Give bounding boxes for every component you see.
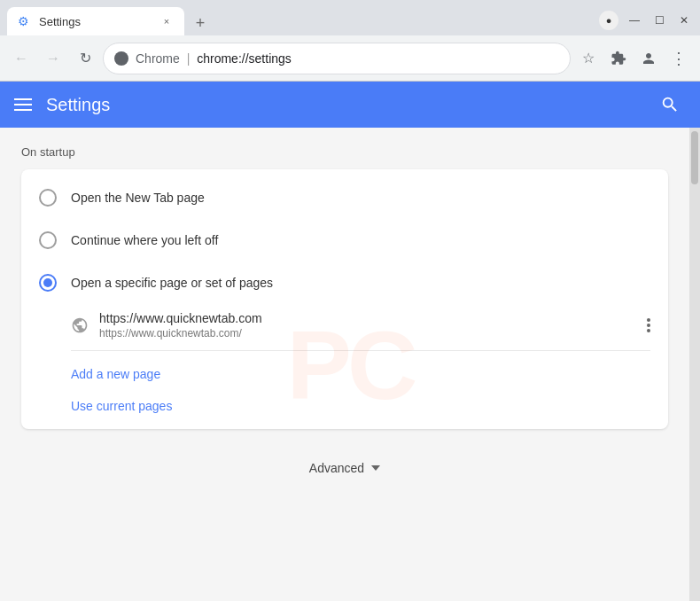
- page-entry: https://www.quicknewtab.com https://www.…: [71, 311, 650, 351]
- url-domain: Chrome | chrome://settings: [136, 51, 292, 66]
- extensions-icon[interactable]: [604, 44, 633, 73]
- page-info: https://www.quicknewtab.com https://www.…: [99, 311, 636, 340]
- toolbar-icons: ☆ ⋮: [574, 44, 693, 73]
- radio-specific[interactable]: [39, 274, 57, 292]
- close-button[interactable]: ✕: [675, 12, 693, 29]
- url-bar[interactable]: Chrome | chrome://settings: [103, 43, 571, 74]
- startup-options-card: Open the New Tab page Continue where you…: [21, 169, 668, 429]
- advanced-label: Advanced: [309, 461, 364, 475]
- address-bar: ← → ↻ Chrome | chrome://settings ☆ ⋮: [0, 35, 700, 82]
- page-more-options-button[interactable]: [647, 318, 650, 332]
- startup-option-new-tab[interactable]: Open the New Tab page: [21, 176, 668, 219]
- startup-option-continue[interactable]: Continue where you left off: [21, 219, 668, 261]
- minimize-button[interactable]: —: [626, 12, 643, 29]
- page-name: https://www.quicknewtab.com: [99, 311, 636, 325]
- scrollbar[interactable]: [689, 128, 700, 601]
- url-separator: |: [187, 51, 191, 66]
- tab-favicon-icon: ⚙: [18, 14, 32, 28]
- tab-title: Settings: [39, 15, 152, 28]
- profile-icon[interactable]: [634, 44, 663, 73]
- settings-header: Settings: [0, 82, 700, 128]
- startup-option-specific[interactable]: Open a specific page or set of pages: [21, 261, 668, 304]
- hamburger-menu-button[interactable]: [14, 98, 32, 111]
- main-content: PC On startup Open the New Tab page Cont…: [0, 128, 700, 601]
- tab-close-button[interactable]: ×: [159, 14, 174, 28]
- back-button[interactable]: ←: [7, 44, 35, 73]
- refresh-button[interactable]: ↻: [71, 44, 99, 73]
- section-title: On startup: [21, 145, 668, 159]
- page-globe-icon: [71, 316, 89, 334]
- scrollbar-thumb[interactable]: [691, 131, 698, 184]
- settings-page-title: Settings: [46, 95, 640, 115]
- radio-new-tab[interactable]: [39, 189, 57, 207]
- active-tab[interactable]: ⚙ Settings ×: [7, 7, 184, 35]
- title-bar: ⚙ Settings × + ● — ☐ ✕: [0, 0, 700, 35]
- window-controls: ● — ☐ ✕: [599, 11, 693, 30]
- new-tab-button[interactable]: +: [188, 11, 213, 35]
- radio-new-tab-label: Open the New Tab page: [71, 191, 205, 205]
- radio-continue-label: Continue where you left off: [71, 233, 218, 247]
- forward-button[interactable]: →: [39, 44, 67, 73]
- url-favicon-icon: [114, 51, 128, 66]
- radio-specific-label: Open a specific page or set of pages: [71, 276, 273, 290]
- use-current-pages-link[interactable]: Use current pages: [21, 390, 668, 422]
- radio-continue[interactable]: [39, 231, 57, 249]
- profile-picture-icon[interactable]: ●: [599, 11, 618, 30]
- maximize-button[interactable]: ☐: [650, 12, 668, 29]
- chevron-down-icon: [371, 465, 380, 471]
- content-area: PC On startup Open the New Tab page Cont…: [0, 128, 689, 601]
- advanced-section[interactable]: Advanced: [21, 447, 668, 489]
- add-new-page-link[interactable]: Add a new page: [21, 358, 668, 390]
- chrome-menu-icon[interactable]: ⋮: [665, 44, 693, 73]
- bookmark-star-icon[interactable]: ☆: [574, 44, 603, 73]
- page-url: https://www.quicknewtab.com/: [99, 327, 636, 340]
- settings-search-button[interactable]: [654, 89, 686, 121]
